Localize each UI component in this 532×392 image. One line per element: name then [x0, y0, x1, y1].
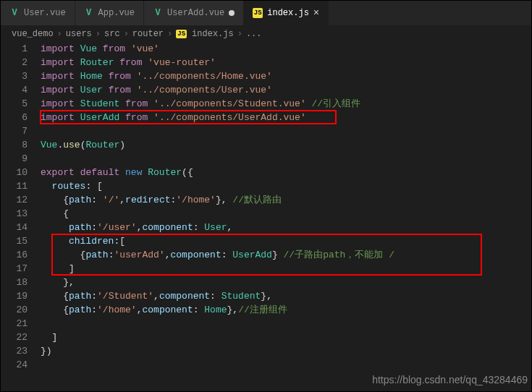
editor-tabs: V User.vue V App.vue V UserAdd.vue JS in… [1, 1, 531, 26]
chevron-right-icon: › [237, 29, 242, 39]
line-numbers: 1234 5678 9101112 13141516 17181920 2122… [1, 42, 41, 372]
code-line: import Home from '../components/Home.vue… [41, 69, 531, 83]
code-line: path:'/user',component: User, [41, 221, 531, 234]
tab-label: App.vue [98, 8, 135, 18]
code-line: import Router from 'vue-router' [41, 56, 531, 69]
modified-indicator-icon [229, 10, 235, 16]
tab-label: UserAdd.vue [167, 8, 224, 18]
code-line [41, 152, 531, 166]
tab-useradd-vue[interactable]: V UserAdd.vue [144, 1, 244, 25]
code-line: routes: [ [41, 179, 531, 193]
tab-user-vue[interactable]: V User.vue [1, 1, 75, 25]
code-line [41, 358, 531, 372]
breadcrumb-item[interactable]: ... [246, 29, 262, 39]
breadcrumb[interactable]: vue_demo › users › src › router › JS ind… [1, 26, 531, 42]
tab-app-vue[interactable]: V App.vue [75, 1, 144, 25]
breadcrumb-item[interactable]: users [66, 29, 92, 39]
js-icon: JS [253, 8, 263, 18]
vue-icon: V [9, 8, 20, 18]
close-icon[interactable]: × [313, 7, 319, 19]
code-line: {path: '/',redirect:'/home'}, //默认路由 [41, 193, 531, 207]
breadcrumb-item[interactable]: vue_demo [12, 29, 54, 39]
breadcrumb-item[interactable]: src [104, 29, 120, 39]
chevron-right-icon: › [167, 29, 172, 39]
code-line: import Vue from 'vue' [41, 42, 531, 56]
code-editor[interactable]: 1234 5678 9101112 13141516 17181920 2122… [1, 42, 531, 372]
code-line: children:[ [41, 234, 531, 248]
code-line: {path:'/home',component: Home},//注册组件 [41, 303, 531, 317]
code-line: ] [41, 331, 531, 344]
code-line: import Student from '../components/Stude… [41, 97, 531, 111]
code-line: {path:'/Student',component: Student}, [41, 289, 531, 303]
code-line [41, 317, 531, 331]
js-icon: JS [176, 30, 187, 38]
code-line: import User from '../components/User.vue… [41, 83, 531, 97]
code-line: }) [41, 344, 531, 358]
vue-icon: V [153, 8, 163, 18]
breadcrumb-item[interactable]: router [132, 29, 164, 39]
tab-label: User.vue [24, 8, 66, 18]
chevron-right-icon: › [57, 29, 62, 39]
watermark: https://blog.csdn.net/qq_43284469 [372, 374, 528, 385]
breadcrumb-item[interactable]: index.js [192, 29, 234, 39]
code-line: }, [41, 276, 531, 289]
chevron-right-icon: › [124, 29, 129, 39]
code-content[interactable]: import Vue from 'vue' import Router from… [41, 42, 531, 372]
code-line [41, 124, 531, 138]
vue-icon: V [84, 8, 94, 18]
code-line: export default new Router({ [41, 166, 531, 179]
code-line: ] [41, 262, 531, 276]
chevron-right-icon: › [96, 29, 101, 39]
code-line: { [41, 207, 531, 221]
code-line: import UserAdd from '../components/UserA… [41, 111, 531, 124]
code-line: Vue.use(Router) [41, 138, 531, 152]
tab-label: index.js [267, 8, 309, 18]
code-line: {path:'userAdd',component: UserAdd} //子路… [41, 248, 531, 262]
tab-index-js[interactable]: JS index.js × [244, 1, 329, 25]
